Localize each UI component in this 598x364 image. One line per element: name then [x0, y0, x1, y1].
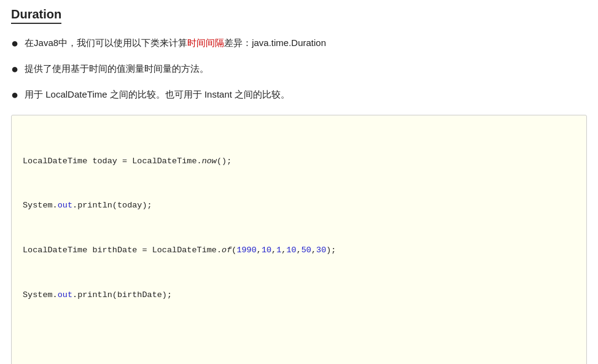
code-blue: 50 [301, 246, 311, 255]
code-blue: 1990 [236, 246, 256, 255]
bullet-dot: ● [11, 34, 18, 52]
bullet-text-2: 提供了使用基于时间的值测量时间量的方法。 [25, 61, 209, 77]
code-text: System. [23, 201, 58, 210]
code-italic: now [202, 157, 217, 166]
code-text: LocalDateTime today = LocalDateTime. [23, 157, 202, 166]
code-text: ); [326, 246, 336, 255]
code-text: .println(today); [72, 201, 152, 210]
bullet-text-3: 用于 LocalDateTime 之间的比较。也可用于 Instant 之间的比… [25, 87, 290, 103]
code-line-5 [23, 333, 575, 347]
code-blue: 30 [316, 246, 326, 255]
bullet-text-1: 在Java8中，我们可以使用以下类来计算时间间隔差异：java.time.Dur… [25, 35, 326, 51]
code-line-2: System.out.println(today); [23, 198, 575, 213]
list-item: ● 用于 LocalDateTime 之间的比较。也可用于 Instant 之间… [11, 87, 587, 104]
code-line-1: LocalDateTime today = LocalDateTime.now(… [23, 154, 575, 169]
code-blue: 10 [286, 246, 296, 255]
code-text: LocalDateTime birthDate = LocalDateTime. [23, 246, 222, 255]
code-text: .println(birthDate); [72, 290, 172, 300]
page-title: Duration [11, 7, 61, 24]
code-text: , [311, 246, 316, 255]
code-block: LocalDateTime today = LocalDateTime.now(… [11, 115, 587, 364]
code-text: , [257, 246, 262, 255]
code-text: System. [23, 290, 58, 300]
code-blue: out [58, 201, 72, 210]
code-italic: of [222, 246, 231, 255]
code-line-3: LocalDateTime birthDate = LocalDateTime.… [23, 243, 575, 258]
code-blue: 10 [262, 246, 271, 255]
code-text: (); [217, 157, 231, 166]
code-blue: out [58, 290, 72, 300]
code-text: , [271, 246, 276, 255]
code-text: , [297, 246, 301, 255]
code-line-4: System.out.println(birthDate); [23, 288, 575, 303]
list-item: ● 提供了使用基于时间的值测量时间量的方法。 [11, 61, 587, 78]
list-item: ● 在Java8中，我们可以使用以下类来计算时间间隔差异：java.time.D… [11, 35, 587, 52]
bullet-dot: ● [11, 60, 18, 78]
bullet-list: ● 在Java8中，我们可以使用以下类来计算时间间隔差异：java.time.D… [11, 35, 587, 104]
bullet-dot: ● [11, 85, 18, 104]
